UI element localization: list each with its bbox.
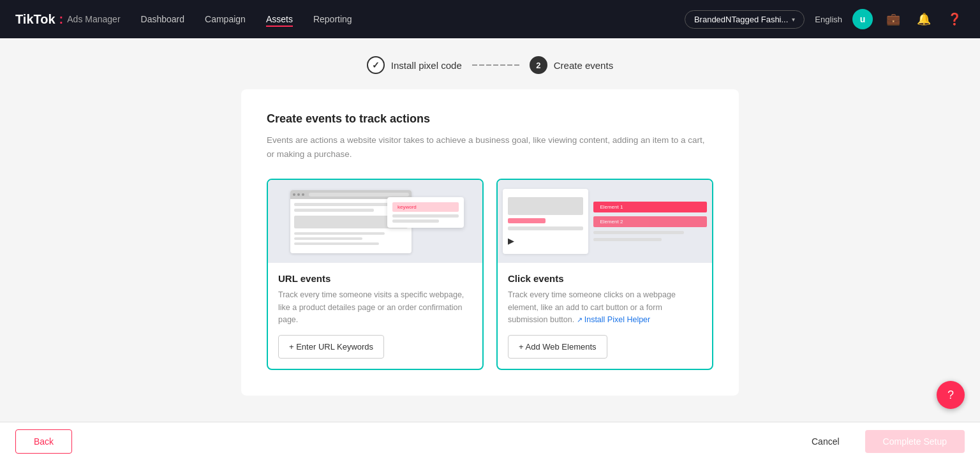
logo-ads: Ads Manager [67,14,120,24]
notification-btn[interactable]: 🔔 [914,9,934,29]
floating-help-button[interactable]: ? [937,381,965,409]
click-option-body: Click events Track every time someone cl… [498,263,712,369]
nav-campaign[interactable]: Campaign [205,11,246,27]
user-avatar[interactable]: u [852,9,873,29]
keyword-panel: keyword [387,197,464,228]
external-link-icon: ↗ [577,315,583,325]
element-badges: Element 1 Element 2 [593,202,707,241]
help-icon: ? [947,389,954,402]
nav-reporting[interactable]: Reporting [313,11,352,27]
help-nav-btn[interactable]: ❓ [944,9,965,29]
step-1-label: Install pixel code [391,60,462,71]
main-content: Create events to track actions Events ar… [0,89,980,396]
step-2-label: Create events [554,60,613,71]
click-option-title: Click events [508,273,702,284]
step-1: ✓ Install pixel code [367,56,462,74]
dash-1 [472,64,477,66]
url-option-body: URL events Track every time someone visi… [268,263,482,369]
dash-5 [500,64,505,66]
step-2-circle: 2 [530,56,547,74]
briefcase-icon: 💼 [886,12,900,26]
bell-icon: 🔔 [917,12,931,26]
help-circle-icon: ❓ [947,12,961,26]
dash-2 [479,64,484,66]
logo-colon: : [59,12,64,27]
chevron-down-icon: ▾ [792,16,795,23]
url-events-option[interactable]: keyword URL events Track every time some… [267,179,484,370]
step-2: 2 Create events [530,56,613,74]
nav-links: Dashboard Campaign Assets Reporting [141,11,664,27]
pixel-helper-link[interactable]: ↗ Install Pixel Helper [577,314,651,326]
url-option-title: URL events [278,273,472,284]
step-2-number: 2 [536,61,540,70]
event-options: keyword URL events Track every time some… [267,179,713,370]
navbar: TikTok: Ads Manager Dashboard Campaign A… [0,0,980,38]
nav-assets[interactable]: Assets [266,11,293,27]
cursor-icon: ▶ [508,236,583,246]
complete-setup-button[interactable]: Complete Setup [865,430,965,453]
click-option-desc: Track every time someone clicks on a web… [508,289,702,326]
dash-7 [514,64,519,66]
element-2-badge: Element 2 [593,216,707,227]
click-events-option[interactable]: ▶ Element 1 Element 2 Click events [496,179,713,370]
nav-dashboard[interactable]: Dashboard [141,11,185,27]
cancel-button[interactable]: Cancel [794,430,858,453]
dash-4 [493,64,498,66]
url-option-desc: Track every time someone visits a specif… [278,289,472,326]
card-description: Events are actions a website visitor tak… [267,133,713,161]
checkmark-icon: ✓ [372,60,380,70]
language-selector[interactable]: English [815,15,842,24]
step-1-circle: ✓ [367,56,385,74]
nav-right: BrandedNTagged Fashi... ▾ English u 💼 🔔 … [685,9,965,29]
footer-right-actions: Cancel Complete Setup [794,430,965,453]
dash-6 [507,64,512,66]
enter-url-keywords-button[interactable]: + Enter URL Keywords [278,335,384,359]
account-name: BrandedNTagged Fashi... [694,15,788,24]
click-option-image: ▶ Element 1 Element 2 [498,180,712,263]
content-card: Create events to track actions Events ar… [241,89,739,396]
logo-tiktok: TikTok [15,12,56,27]
card-title: Create events to track actions [267,112,713,126]
click-screenshot-mock: ▶ [503,189,588,255]
stepper: ✓ Install pixel code 2 Create events [0,38,980,89]
step-divider [472,64,519,66]
footer: Back Cancel Complete Setup [0,422,980,460]
keyword-badge: keyword [392,202,459,212]
account-selector[interactable]: BrandedNTagged Fashi... ▾ [685,10,805,29]
logo: TikTok: Ads Manager [15,12,121,27]
dash-3 [486,64,491,66]
url-option-image: keyword [268,180,482,263]
briefcase-icon-btn[interactable]: 💼 [883,9,903,29]
back-button[interactable]: Back [15,429,72,454]
element-1-badge: Element 1 [593,202,707,212]
add-web-elements-button[interactable]: + Add Web Elements [508,335,607,359]
